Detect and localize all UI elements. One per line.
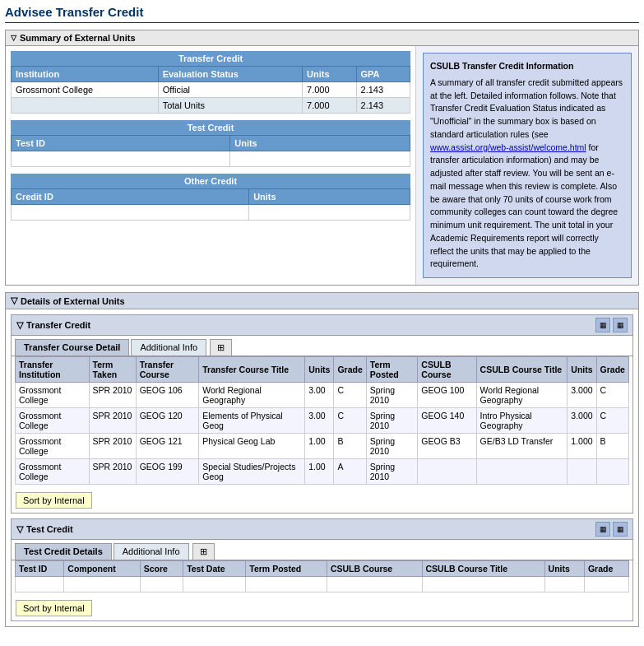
table-row: 2.143	[356, 82, 410, 98]
csulb-box-body1: A summary of all transfer credit submitt…	[430, 77, 623, 139]
table-row: 7.000	[303, 82, 356, 98]
transfer-detail-table-wrapper: Transfer Institution Term Taken Transfer…	[12, 356, 632, 488]
test-detail-header: ▽ Test Credit ▦ ▦	[12, 519, 632, 540]
td-col-term-posted: Term Posted	[366, 357, 418, 383]
details-header-left: ▽ Details of External Units	[11, 295, 125, 306]
summary-inner: Transfer Credit Institution Evaluation S…	[6, 46, 638, 285]
csulb-info-box: CSULB Transfer Credit Information A summ…	[416, 46, 638, 285]
other-credit-summary-title: Other Credit	[11, 174, 410, 188]
tab-transfer-extra[interactable]: ⊞	[210, 339, 232, 356]
transfer-credit-summary-title: Transfer Credit	[11, 51, 410, 66]
tab-transfer-course-detail[interactable]: Transfer Course Detail	[15, 339, 129, 356]
transfer-icon2[interactable]: ▦	[613, 318, 628, 332]
testc-col-units: Units	[230, 136, 410, 151]
table-row: Grossmont CollegeSPR 2010GEOG 106World R…	[16, 383, 629, 408]
oc-empty-row	[12, 205, 249, 221]
td-col-course: Transfer Course	[136, 357, 199, 383]
test-detail-header-left: ▽ Test Credit	[16, 524, 73, 535]
csulb-box: CSULB Transfer Credit Information A summ…	[423, 53, 632, 278]
test-col-csulb-course: CSULB Course	[327, 561, 422, 577]
table-row: 7.000	[303, 98, 356, 114]
table-row	[12, 98, 159, 114]
test-sort-button[interactable]: Sort by Internal	[16, 600, 92, 616]
test-detail-title: Test Credit	[26, 524, 73, 534]
page-container: Advisee Transfer Credit ▽ Summary of Ext…	[0, 0, 644, 639]
summary-left: Transfer Credit Institution Evaluation S…	[6, 46, 416, 285]
tab-test-extra[interactable]: ⊞	[192, 543, 215, 560]
table-row: 2.143	[356, 98, 410, 114]
test-credit-summary-title: Test Credit	[11, 120, 410, 135]
test-detail-panel: ▽ Test Credit ▦ ▦ Test Credit Details Ad…	[11, 518, 633, 621]
transfer-icon1[interactable]: ▦	[595, 318, 610, 332]
summary-header: ▽ Summary of External Units	[6, 30, 638, 46]
transfer-credit-summary: Transfer Credit Institution Evaluation S…	[11, 51, 410, 114]
test-credit-summary-table: Test ID Units	[11, 135, 410, 167]
test-tab-bar: Test Credit Details Additional Info ⊞	[12, 540, 632, 560]
test-detail-table-wrapper: Test ID Component Score Test Date Term P…	[12, 560, 632, 596]
test-col-id: Test ID	[16, 561, 64, 577]
transfer-sort-btn-wrapper: Sort by Internal	[12, 488, 632, 513]
csulb-box-title: CSULB Transfer Credit Information	[430, 60, 624, 73]
test-col-component: Component	[64, 561, 140, 577]
oc-col-units: Units	[249, 189, 410, 205]
td-col-csulb-grade: Grade	[596, 357, 628, 383]
test-sort-btn-wrapper: Sort by Internal	[12, 596, 632, 620]
tc-col-eval: Evaluation Status	[158, 67, 302, 82]
transfer-detail-header-left: ▽ Transfer Credit	[16, 320, 90, 331]
transfer-detail-title: Transfer Credit	[26, 320, 90, 330]
table-row: Official	[158, 82, 302, 98]
table-row: Grossmont College	[12, 82, 159, 98]
testc-empty-row	[12, 151, 230, 167]
test-detail-icons: ▦ ▦	[595, 522, 628, 537]
td-col-units: Units	[305, 357, 334, 383]
testc-col-id: Test ID	[12, 136, 230, 151]
transfer-tab-bar: Transfer Course Detail Additional Info ⊞	[12, 336, 632, 356]
transfer-detail-header: ▽ Transfer Credit ▦ ▦	[12, 315, 632, 336]
tc-col-units: Units	[303, 67, 356, 82]
csulb-link[interactable]: www.assist.org/web-assist/welcome.html	[430, 142, 586, 152]
test-icon2[interactable]: ▦	[613, 522, 628, 537]
summary-panel: ▽ Summary of External Units Transfer Cre…	[5, 30, 639, 286]
table-row: Grossmont CollegeSPR 2010GEOG 120Element…	[16, 408, 629, 434]
transfer-detail-icons: ▦ ▦	[595, 318, 628, 332]
other-credit-summary: Other Credit Credit ID Units	[11, 174, 410, 221]
csulb-box-body2: for transfer articulation information) a…	[430, 142, 618, 269]
tc-col-gpa: GPA	[356, 67, 410, 82]
tab-test-credit-details[interactable]: Test Credit Details	[15, 543, 112, 560]
tab-transfer-additional-info[interactable]: Additional Info	[131, 339, 206, 356]
td-col-csulb-title: CSULB Course Title	[476, 357, 568, 383]
transfer-credit-summary-table: Institution Evaluation Status Units GPA …	[11, 66, 410, 114]
summary-header-label: Summary of External Units	[20, 33, 136, 43]
table-row: Grossmont CollegeSPR 2010GEOG 121Physica…	[16, 434, 629, 459]
details-header: ▽ Details of External Units	[6, 293, 638, 309]
td-col-title: Transfer Course Title	[199, 357, 305, 383]
test-col-grade: Grade	[584, 561, 628, 577]
transfer-sort-button[interactable]: Sort by Internal	[16, 492, 92, 509]
test-col-score: Score	[140, 561, 183, 577]
table-row: Grossmont CollegeSPR 2010GEOG 199Special…	[16, 459, 629, 485]
details-panel: ▽ Details of External Units ▽ Transfer C…	[5, 292, 639, 627]
tc-col-institution: Institution	[12, 67, 159, 82]
test-col-csulb-title: CSULB Course Title	[422, 561, 544, 577]
summary-triangle-icon: ▽	[11, 34, 16, 42]
test-detail-table: Test ID Component Score Test Date Term P…	[15, 560, 629, 593]
transfer-detail-triangle-icon: ▽	[16, 320, 23, 331]
test-col-date: Test Date	[183, 561, 246, 577]
details-triangle-icon: ▽	[11, 295, 17, 306]
transfer-detail-table: Transfer Institution Term Taken Transfer…	[15, 356, 629, 485]
test-col-units: Units	[544, 561, 584, 577]
td-col-term-taken: Term Taken	[89, 357, 136, 383]
test-icon1[interactable]: ▦	[595, 522, 610, 537]
transfer-detail-panel: ▽ Transfer Credit ▦ ▦ Transfer Course De…	[11, 314, 633, 514]
tab-test-additional-info[interactable]: Additional Info	[114, 543, 189, 560]
td-col-csulb-units: Units	[568, 357, 596, 383]
details-header-label: Details of External Units	[21, 296, 125, 306]
oc-col-id: Credit ID	[12, 189, 249, 205]
test-col-term-posted: Term Posted	[246, 561, 327, 577]
test-credit-summary: Test Credit Test ID Units	[11, 120, 410, 167]
test-detail-triangle-icon: ▽	[16, 524, 23, 535]
page-title: Advisee Transfer Credit	[5, 5, 639, 23]
other-credit-summary-table: Credit ID Units	[11, 188, 410, 221]
td-col-grade: Grade	[334, 357, 366, 383]
td-col-csulb-course: CSULB Course	[418, 357, 476, 383]
